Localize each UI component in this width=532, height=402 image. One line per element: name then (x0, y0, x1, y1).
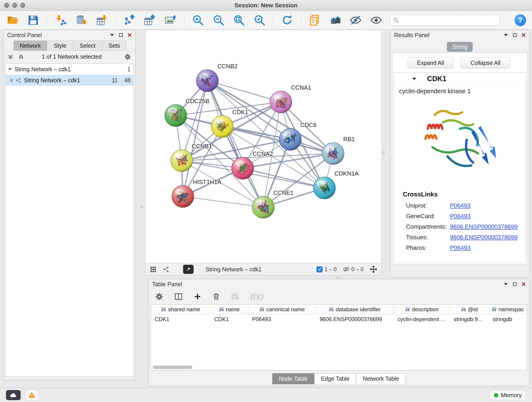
export-view-button[interactable] (183, 265, 194, 274)
panel-close-button[interactable] (521, 33, 526, 37)
column-header-description[interactable]: description (394, 305, 450, 314)
table-tab-node-table[interactable]: Node Table (272, 373, 314, 384)
panel-collapse-button[interactable] (504, 33, 508, 37)
export-image-button[interactable] (164, 13, 177, 27)
delete-column-button[interactable] (212, 293, 220, 301)
panel-close-button[interactable] (521, 282, 526, 286)
column-header--id[interactable]: @id (450, 305, 489, 314)
network-node-cdkn1a[interactable] (313, 177, 336, 199)
control-tab-network[interactable]: Network (13, 41, 47, 51)
export-table-button[interactable] (143, 13, 157, 27)
network-edge[interactable] (207, 81, 281, 102)
control-tab-style[interactable]: Style (48, 41, 73, 51)
toolbar-separator (184, 14, 184, 27)
table-tab-edge-table[interactable]: Edge Table (314, 373, 356, 384)
search-input[interactable] (401, 17, 496, 23)
table-tab-network-table[interactable]: Network Table (356, 373, 405, 384)
crosslink-value[interactable]: P06493 (450, 202, 471, 209)
collapse-all-button[interactable]: Collapse All (461, 57, 510, 68)
network-graph[interactable]: CCNB2CCNA1CDC25BCDK1CDC6RB1CCNB1CCNA2CDK… (146, 30, 381, 263)
add-column-button[interactable] (193, 293, 202, 301)
network-node-ccnb1[interactable] (171, 150, 193, 172)
network-node-ccna2[interactable] (232, 157, 254, 179)
crosslink-label: Tissues: (406, 234, 450, 241)
column-header-namespac[interactable]: namespac (489, 305, 527, 314)
toolbar-separator (115, 14, 116, 27)
column-header-shared-name[interactable]: shared name (151, 305, 210, 314)
panel-collapse-button[interactable] (504, 283, 508, 286)
zoom-in-button[interactable] (191, 13, 205, 27)
network-collection-row[interactable]: String Network – cdk1 1 (6, 64, 133, 75)
cloud-services-button[interactable] (6, 390, 21, 400)
expand-all-button[interactable]: Expand All (408, 57, 453, 68)
network-overview-button[interactable] (162, 266, 169, 273)
network-row[interactable]: String Network – cdk1 11 48 (6, 75, 133, 86)
network-view[interactable]: CCNB2CCNA1CDC25BCDK1CDC6RB1CCNB1CCNA2CDK… (145, 30, 382, 263)
network-edge[interactable] (183, 196, 263, 207)
network-node-ccna1[interactable] (270, 91, 292, 113)
network-node-cdc25b[interactable] (165, 104, 187, 127)
panel-float-button[interactable] (513, 282, 517, 286)
panel-collapse-button[interactable] (110, 33, 114, 37)
selected-counts: 1 – 0 (324, 266, 336, 273)
import-table-button[interactable] (95, 13, 109, 27)
panel-close-button[interactable] (128, 33, 132, 37)
gene-section-header[interactable]: CDK1 (394, 73, 526, 85)
delete-table-button[interactable] (231, 293, 239, 301)
help-button[interactable]: ? (515, 14, 526, 26)
column-header-name[interactable]: name (210, 305, 248, 314)
table-row[interactable]: CDK1CDK1P064939606.ENSP00000378699cyclin… (151, 314, 527, 324)
memory-button[interactable]: Memory (490, 390, 526, 400)
grid-view-button[interactable] (150, 266, 157, 273)
import-network-file-button[interactable] (54, 13, 68, 27)
apply-layout-button[interactable] (280, 13, 294, 27)
left-splitter-handle[interactable] (140, 205, 143, 209)
crosslink-value[interactable]: P06493 (450, 244, 471, 251)
zoom-out-button[interactable] (212, 13, 225, 27)
network-options-button[interactable] (124, 53, 131, 61)
export-network-button[interactable] (123, 13, 136, 27)
column-header-canonical-name[interactable]: canonical name (248, 305, 316, 314)
network-node-ccnb2[interactable] (196, 70, 218, 92)
network-edge[interactable] (207, 81, 263, 207)
current-network-name: String Network – cdk1 (206, 266, 262, 273)
column-header-database-identifier[interactable]: database identifier (316, 305, 394, 314)
zoom-selected-button[interactable] (253, 13, 266, 27)
save-session-button[interactable] (26, 13, 40, 27)
collapse-tree-button[interactable] (18, 54, 24, 60)
home-button[interactable] (328, 13, 342, 27)
table-panel: Table Panel f(x) shared namenamecanonica… (148, 279, 530, 386)
hide-selected-button[interactable] (349, 13, 362, 27)
table-panel-header: Table Panel (148, 279, 529, 289)
pan-tool-button[interactable] (370, 265, 377, 273)
function-builder-button[interactable]: f(x) (250, 292, 263, 301)
panel-float-button[interactable] (513, 33, 517, 37)
open-session-button[interactable] (6, 13, 19, 27)
string-tab-badge[interactable]: String (447, 42, 473, 52)
crosslink-value[interactable]: 9606.ENSP00000378699 (450, 223, 518, 230)
network-node-cdk1[interactable] (211, 115, 233, 138)
zoom-fit-button[interactable] (232, 13, 246, 27)
show-columns-button[interactable] (174, 292, 183, 301)
table-options-button[interactable] (155, 292, 164, 301)
import-network-database-button[interactable] (75, 13, 88, 27)
copy-style-button[interactable] (308, 13, 322, 27)
crosslink-value[interactable]: 9606.ENSP00000378699 (450, 234, 518, 241)
control-tab-sets[interactable]: Sets (102, 41, 126, 51)
panel-float-button[interactable] (119, 33, 123, 37)
warnings-button[interactable] (25, 390, 38, 400)
network-node-hist1h1a[interactable] (172, 185, 194, 207)
scrollbar-thumb[interactable] (153, 366, 192, 369)
show-all-button[interactable] (369, 13, 383, 27)
expand-tree-button[interactable] (7, 54, 13, 60)
horizontal-scrollbar[interactable] (153, 366, 527, 369)
crosslink-value[interactable]: P06493 (450, 213, 471, 220)
network-node-ccne1[interactable] (252, 196, 274, 218)
network-node-rb1[interactable] (322, 143, 344, 165)
close-icon (521, 33, 526, 37)
selected-checkbox-icon[interactable] (317, 266, 323, 273)
table-panel-title: Table Panel (152, 281, 182, 288)
network-node-cdc6[interactable] (279, 128, 301, 150)
control-tab-select[interactable]: Select (73, 41, 101, 51)
right-splitter-handle[interactable] (382, 151, 385, 154)
